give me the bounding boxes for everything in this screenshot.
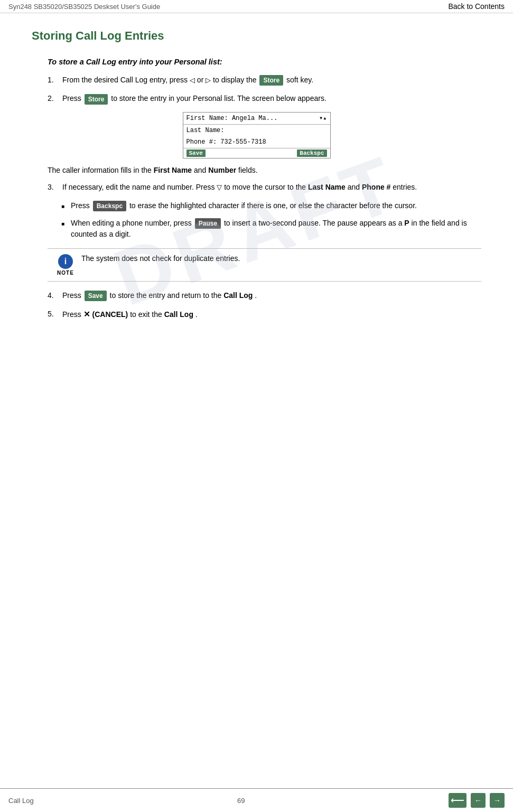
step-5-num: 5. <box>48 309 58 320</box>
backspc-btn: Backspc <box>93 201 126 211</box>
section-intro: To store a Call Log entry into your Pers… <box>48 58 481 66</box>
caller-info-text: The caller information fills in the <box>48 166 154 174</box>
bullet-2-after: to insert a two-second pause. The pause … <box>224 219 404 227</box>
step-1-arrow-left: ◁ <box>190 76 195 84</box>
step-3: 3. If necessary, edit the name and numbe… <box>48 182 481 193</box>
bullet-1-icon: ■ <box>61 202 67 210</box>
step-1-text-after: to display the <box>213 76 258 84</box>
save-btn-step4: Save <box>85 291 107 301</box>
step-5-before: Press <box>62 310 83 319</box>
step-3-bold-2: Phone # <box>362 183 390 191</box>
cancel-label: (CANCEL) <box>92 310 128 319</box>
note-icon-wrap: i NOTE <box>56 254 75 276</box>
step-1-arrow-right: ▷ <box>206 76 211 84</box>
step-2-text: Press Store to store the entry in your P… <box>62 93 481 104</box>
step-5: 5. Press ✕ (CANCEL) to exit the Call Log… <box>48 309 481 321</box>
step-1-text: From the desired Call Log entry, press ◁… <box>62 74 481 86</box>
cancel-symbol: ✕ <box>83 310 90 319</box>
step-4-after: to store the entry and return to the <box>110 291 224 300</box>
step-3-text-4: entries. <box>393 183 417 191</box>
store-btn-inline-1: Store <box>259 75 283 86</box>
step-3-list: 3. If necessary, edit the name and numbe… <box>48 182 481 193</box>
caller-bold-2: Number <box>208 166 236 174</box>
step-1-text-end: soft key. <box>286 76 313 84</box>
step-4-list: 4. Press Save to store the entry and ret… <box>48 290 481 321</box>
screen-line1-arrows: ▾▴ <box>319 114 327 123</box>
step-3-text-2: to move the cursor to the <box>224 183 308 191</box>
bullet-2-bold: P <box>404 219 409 227</box>
step-4-before: Press <box>62 291 83 300</box>
step-2: 2. Press Store to store the entry in you… <box>48 93 481 104</box>
steps-list: 1. From the desired Call Log entry, pres… <box>48 74 481 105</box>
step-4-bold: Call Log <box>223 291 253 300</box>
step-3-text-1: If necessary, edit the name and number. … <box>62 183 217 191</box>
page-footer: Call Log 69 ⟵ ← → <box>0 788 513 812</box>
step-2-num: 2. <box>48 93 58 104</box>
bullet-1-text: Press Backspc to erase the highlighted c… <box>71 200 481 211</box>
step-4-num: 4. <box>48 290 58 301</box>
bullet-2-icon: ■ <box>61 220 67 228</box>
store-btn-inline-2: Store <box>85 94 108 105</box>
page-title: Storing Call Log Entries <box>32 29 481 43</box>
page-header: Syn248 SB35020/SB35025 Deskset User's Gu… <box>0 0 513 13</box>
footer-nav[interactable]: ⟵ ← → <box>449 793 505 808</box>
footer-section: Call Log <box>8 797 34 805</box>
caller-bold-1: First Name <box>154 166 192 174</box>
note-text: The system does not check for duplicate … <box>81 254 240 263</box>
bullet-2-before: When editing a phone number, press <box>71 219 194 227</box>
step-1-num: 1. <box>48 74 58 86</box>
screen-softkey-save: Save <box>186 150 206 157</box>
step-4-text: Press Save to store the entry and return… <box>62 290 481 301</box>
screen-row-2: Last Name: <box>183 125 330 136</box>
screen-row-1: First Name: Angela Ma... ▾▴ <box>183 113 330 125</box>
step-5-bold: Call Log <box>164 310 193 319</box>
footer-page-num: 69 <box>237 797 245 805</box>
step-3-arrow: ▽ <box>217 183 222 191</box>
bullet-1: ■ Press Backspc to erase the highlighted… <box>61 200 481 211</box>
nav-forward-btn[interactable]: → <box>490 793 505 808</box>
step-1-text-before: From the desired Call Log entry, press <box>62 76 190 84</box>
step-5-end: . <box>195 310 198 319</box>
bullet-2-text: When editing a phone number, press Pause… <box>71 218 481 240</box>
caller-info: The caller information fills in the Firs… <box>48 166 481 174</box>
step-4: 4. Press Save to store the entry and ret… <box>48 290 481 301</box>
step-3-text-3: and <box>348 183 362 191</box>
header-title: Syn248 SB35020/SB35025 Deskset User's Gu… <box>8 3 160 11</box>
main-content: Storing Call Log Entries To store a Call… <box>0 13 513 349</box>
step-3-text: If necessary, edit the name and number. … <box>62 182 481 193</box>
caller-text-3: fields. <box>238 166 258 174</box>
screen-line3: Phone #: 732-555-7318 <box>186 138 266 146</box>
step-5-after: to exit the <box>130 310 164 319</box>
bullet-1-before: Press <box>71 201 92 210</box>
screen-line2: Last Name: <box>186 127 225 134</box>
screen-line1-label: First Name: Angela Ma... <box>186 114 278 123</box>
note-box: i NOTE The system does not check for dup… <box>48 248 481 282</box>
nav-back-btn[interactable]: ← <box>471 793 486 808</box>
pause-btn: Pause <box>195 218 221 229</box>
bullet-2: ■ When editing a phone number, press Pau… <box>61 218 481 240</box>
screen-softkey-backspc: Backspc <box>297 150 327 157</box>
screen-softkeys: Save Backspc <box>183 148 330 158</box>
step-3-num: 3. <box>48 182 58 193</box>
step-3-bold-1: Last Name <box>308 183 346 191</box>
note-icon: i <box>58 254 73 269</box>
screen-mockup: First Name: Angela Ma... ▾▴ Last Name: P… <box>183 112 331 158</box>
screen-row-3: Phone #: 732-555-7318 <box>183 136 330 148</box>
bullet-1-after: to erase the highlighted character if th… <box>129 201 417 210</box>
caller-text-2: and <box>194 166 208 174</box>
step-4-end: . <box>255 291 257 300</box>
step-1-or: or <box>197 76 206 84</box>
note-label: NOTE <box>57 270 74 276</box>
step-1: 1. From the desired Call Log entry, pres… <box>48 74 481 86</box>
step-2-text-before: Press <box>62 94 83 102</box>
bullet-list: ■ Press Backspc to erase the highlighted… <box>61 200 481 240</box>
back-to-contents-link[interactable]: Back to Contents <box>448 2 505 11</box>
step-2-text-after: to store the entry in your Personal list… <box>111 94 327 102</box>
step-5-text: Press ✕ (CANCEL) to exit the Call Log . <box>62 309 481 321</box>
nav-back-far-btn[interactable]: ⟵ <box>449 793 467 808</box>
